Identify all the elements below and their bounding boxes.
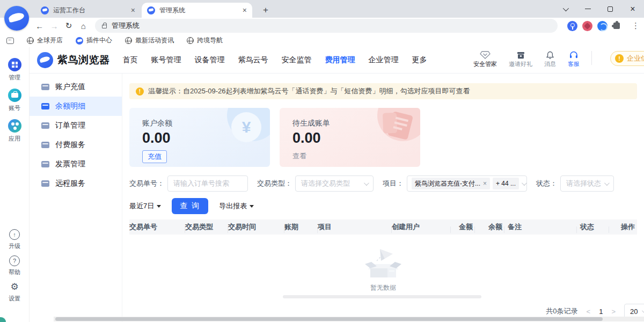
tool-customer-service[interactable]: 客服 bbox=[568, 51, 580, 68]
help-icon: ? bbox=[9, 255, 20, 266]
rail-label: 帮助 bbox=[9, 268, 20, 276]
sidebar-item-invoices[interactable]: 发票管理 bbox=[30, 155, 122, 174]
pending-bill-card: 待生成账单 0.00 查看 bbox=[280, 108, 420, 167]
globe-icon bbox=[125, 37, 132, 44]
rail-item-settings[interactable]: ⚙ 设置 bbox=[9, 282, 20, 303]
search-button[interactable]: 查 询 bbox=[172, 198, 208, 214]
rail-label: 账号 bbox=[9, 104, 20, 112]
export-dropdown[interactable]: 导出报表 bbox=[219, 201, 254, 211]
blue-extension-icon[interactable] bbox=[597, 21, 608, 31]
invoice-icon bbox=[41, 161, 49, 167]
sidebar-item-label: 账户充值 bbox=[55, 82, 85, 92]
tab-title: 运营工作台 bbox=[53, 6, 127, 15]
bell-icon bbox=[546, 51, 554, 59]
chevron-down-icon bbox=[563, 5, 569, 11]
minimize-button[interactable] bbox=[576, 0, 599, 18]
recharge-button[interactable]: 充值 bbox=[142, 150, 167, 163]
address-bar[interactable]: 管理系统 bbox=[95, 19, 558, 33]
app-header: 紫鸟浏览器 首页 账号管理 设备管理 紫鸟云号 安全监管 费用管理 企业管理 更… bbox=[30, 47, 644, 74]
sidebar-item-label: 远程服务 bbox=[55, 179, 85, 188]
status-select[interactable]: 请选择状态 bbox=[560, 175, 614, 192]
forward-button[interactable]: → bbox=[48, 21, 60, 31]
nav-billing[interactable]: 费用管理 bbox=[325, 55, 355, 65]
side-panel-icon[interactable] bbox=[6, 38, 14, 44]
ziniao-browser-logo-icon[interactable] bbox=[4, 6, 29, 31]
empty-state: 暂无数据 bbox=[129, 235, 637, 292]
sidebar-item-paid-services[interactable]: 付费服务 bbox=[30, 135, 122, 155]
order-no-input[interactable]: 请输入订单号搜索 bbox=[167, 175, 248, 192]
nav-security[interactable]: 安全监管 bbox=[282, 55, 312, 65]
sidebar-item-remote-services[interactable]: 远程服务 bbox=[30, 174, 122, 193]
rail-item-account[interactable]: 账号 bbox=[8, 89, 21, 112]
bookmark-latest-news[interactable]: 最新活动资讯 bbox=[125, 36, 174, 45]
nav-home[interactable]: 首页 bbox=[123, 55, 138, 65]
close-window-button[interactable]: × bbox=[621, 0, 644, 18]
chevron-down-icon bbox=[642, 308, 644, 313]
col-actions: 操作 bbox=[609, 222, 637, 232]
rail-item-help[interactable]: ? 帮助 bbox=[9, 255, 20, 276]
bookmark-global-store[interactable]: 全球开店 bbox=[27, 36, 63, 45]
brand: 紫鸟浏览器 bbox=[37, 52, 110, 68]
prev-page-icon[interactable]: < bbox=[587, 308, 591, 316]
hscrollbar-thumb[interactable] bbox=[283, 295, 481, 298]
document-icon bbox=[41, 122, 49, 129]
transaction-type-select[interactable]: 请选择交易类型 bbox=[295, 175, 374, 192]
enterprise-info-badge[interactable]: ! 企业信 bbox=[610, 51, 644, 66]
tool-security-butler[interactable]: 安全管家 bbox=[473, 51, 497, 68]
card-title: 待生成账单 bbox=[292, 119, 407, 128]
browser-menu-icon[interactable]: ⋮ bbox=[627, 21, 644, 31]
globe-icon bbox=[187, 37, 194, 44]
order-no-label: 交易单号： bbox=[129, 179, 164, 188]
project-tag-text: 紫鸟浏览器充值-支付... bbox=[415, 179, 480, 188]
action-row: 最近7日 查 询 导出报表 bbox=[129, 198, 637, 214]
project-tag: 紫鸟浏览器充值-支付... × bbox=[412, 178, 490, 189]
nav-cloud-number[interactable]: 紫鸟云号 bbox=[238, 55, 268, 65]
tab-management-system[interactable]: 管理系统 × bbox=[142, 3, 252, 18]
maximize-button[interactable] bbox=[599, 0, 621, 18]
reload-button[interactable]: ↻ bbox=[63, 21, 75, 31]
rail-item-manage[interactable]: 管理 bbox=[8, 58, 21, 82]
tool-invite-gift[interactable]: 邀请好礼 bbox=[509, 51, 532, 68]
window-controls: × bbox=[554, 0, 644, 18]
next-page-icon[interactable]: > bbox=[611, 308, 616, 316]
address-text: 管理系统 bbox=[112, 21, 140, 31]
back-button[interactable]: ← bbox=[33, 21, 46, 31]
tool-messages[interactable]: 消息 bbox=[544, 51, 556, 68]
sidebar-item-recharge[interactable]: 账户充值 bbox=[30, 77, 122, 97]
password-extension-icon[interactable] bbox=[567, 21, 577, 31]
bookmark-label: 全球开店 bbox=[37, 36, 63, 45]
nav-account-management[interactable]: 账号管理 bbox=[151, 55, 181, 65]
bookmark-plugin-center[interactable]: 插件中心 bbox=[76, 36, 112, 45]
bookmark-crossborder-nav[interactable]: 跨境导航 bbox=[187, 36, 223, 45]
sidebar-item-orders[interactable]: 订单管理 bbox=[30, 116, 122, 135]
red-extension-icon[interactable] bbox=[582, 21, 592, 31]
browser-hscrollbar-thumb[interactable] bbox=[55, 317, 603, 321]
project-multiselect[interactable]: 紫鸟浏览器充值-支付... × + 44 ... bbox=[407, 175, 527, 192]
nav-enterprise[interactable]: 企业管理 bbox=[369, 55, 399, 65]
globe-icon bbox=[27, 37, 34, 44]
page-size-value: 20 bbox=[630, 308, 638, 316]
new-tab-button[interactable]: + bbox=[259, 3, 273, 17]
lock-icon bbox=[102, 25, 107, 28]
window-menu-button[interactable] bbox=[554, 0, 576, 18]
rail-label: 管理 bbox=[9, 74, 20, 82]
rail-item-upgrade[interactable]: ↑ 升级 bbox=[9, 229, 20, 250]
caret-down-icon bbox=[157, 205, 161, 208]
tab-operations-workbench[interactable]: 运营工作台 × bbox=[35, 3, 141, 18]
project-more-tag: + 44 ... bbox=[493, 178, 519, 189]
remove-tag-icon[interactable]: × bbox=[483, 180, 487, 187]
bookmarks-bar: 全球开店 插件中心 最新活动资讯 跨境导航 bbox=[0, 34, 644, 47]
date-range-dropdown[interactable]: 最近7日 bbox=[129, 201, 161, 211]
tab-close-icon[interactable]: × bbox=[243, 6, 247, 14]
box-icon bbox=[41, 142, 49, 148]
nav-device-management[interactable]: 设备管理 bbox=[195, 55, 225, 65]
nav-more[interactable]: 更多 bbox=[412, 55, 427, 65]
home-button[interactable]: ⌂ bbox=[77, 21, 90, 31]
view-bill-link[interactable]: 查看 bbox=[292, 151, 306, 161]
sidebar-item-balance-detail[interactable]: 余额明细 bbox=[30, 97, 122, 116]
tab-close-icon[interactable]: × bbox=[131, 6, 135, 14]
rail-item-apps[interactable]: 应用 bbox=[8, 119, 21, 143]
current-page[interactable]: 1 bbox=[599, 308, 603, 316]
extensions-puzzle-icon[interactable] bbox=[612, 21, 621, 30]
date-range-label: 最近7日 bbox=[129, 201, 154, 211]
